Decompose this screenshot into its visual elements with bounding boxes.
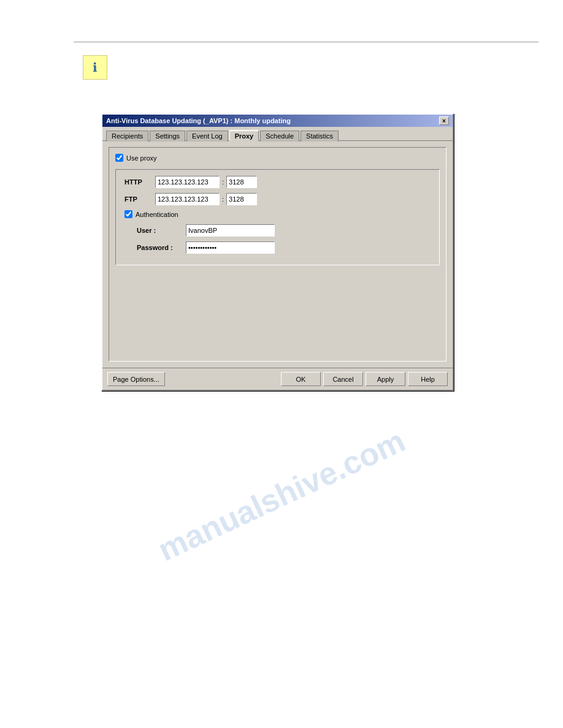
tab-event-log[interactable]: Event Log: [186, 131, 228, 142]
cancel-button[interactable]: Cancel: [323, 372, 363, 386]
ftp-colon: :: [222, 195, 224, 203]
ftp-port-input[interactable]: [226, 193, 257, 205]
info-icon: ℹ: [83, 55, 107, 80]
tab-proxy[interactable]: Proxy: [229, 130, 259, 141]
http-label: HTTP: [124, 178, 155, 186]
dialog-content: Use proxy HTTP : FTP :: [102, 141, 453, 368]
dialog-footer: Page Options... OK Cancel Apply Help: [102, 368, 453, 390]
proxy-settings-box: HTTP : FTP : Authen: [115, 169, 440, 265]
dialog-tabs: Recipients Settings Event Log Proxy Sche…: [102, 127, 453, 141]
top-divider: [74, 42, 538, 42]
help-button[interactable]: Help: [408, 372, 448, 386]
ftp-ip-input[interactable]: [155, 193, 220, 205]
footer-left: Page Options...: [107, 372, 165, 386]
tab-statistics[interactable]: Statistics: [301, 131, 339, 142]
use-proxy-checkbox[interactable]: [115, 154, 123, 162]
password-label: Password :: [137, 244, 186, 251]
dialog-titlebar: Anti-Virus Database Updating (_AVP1) : M…: [102, 115, 453, 127]
page-background: ℹ Anti-Virus Database Updating (_AVP1) :…: [0, 0, 563, 728]
user-label: User :: [137, 227, 186, 234]
dialog-title: Anti-Virus Database Updating (_AVP1) : M…: [106, 117, 291, 124]
tab-schedule[interactable]: Schedule: [260, 131, 299, 142]
use-proxy-label: Use proxy: [126, 154, 157, 162]
ftp-label: FTP: [124, 195, 155, 203]
http-port-input[interactable]: [226, 176, 257, 188]
ok-button[interactable]: OK: [281, 372, 321, 386]
http-colon: :: [222, 178, 224, 186]
dialog-window: Anti-Virus Database Updating (_AVP1) : M…: [101, 113, 454, 391]
apply-button[interactable]: Apply: [366, 372, 405, 386]
auth-checkbox[interactable]: [124, 210, 132, 218]
auth-label: Authentication: [136, 211, 178, 218]
user-row: User :: [124, 224, 431, 237]
user-input[interactable]: [186, 224, 275, 237]
password-input[interactable]: [186, 241, 275, 254]
password-row: Password :: [124, 241, 431, 254]
footer-right: OK Cancel Apply Help: [281, 372, 448, 386]
content-panel: Use proxy HTTP : FTP :: [109, 147, 446, 362]
tab-recipients[interactable]: Recipients: [106, 131, 148, 142]
use-proxy-row: Use proxy: [115, 154, 440, 162]
auth-fields-box: User : Password :: [124, 224, 431, 254]
http-ip-input[interactable]: [155, 176, 220, 188]
tab-settings[interactable]: Settings: [150, 131, 185, 142]
watermark: manualshive.com: [153, 422, 411, 569]
close-button[interactable]: ×: [439, 116, 449, 125]
auth-row: Authentication: [124, 210, 431, 218]
http-proxy-row: HTTP :: [124, 176, 431, 188]
info-symbol: ℹ: [93, 60, 98, 75]
ftp-proxy-row: FTP :: [124, 193, 431, 205]
page-options-button[interactable]: Page Options...: [107, 372, 165, 386]
